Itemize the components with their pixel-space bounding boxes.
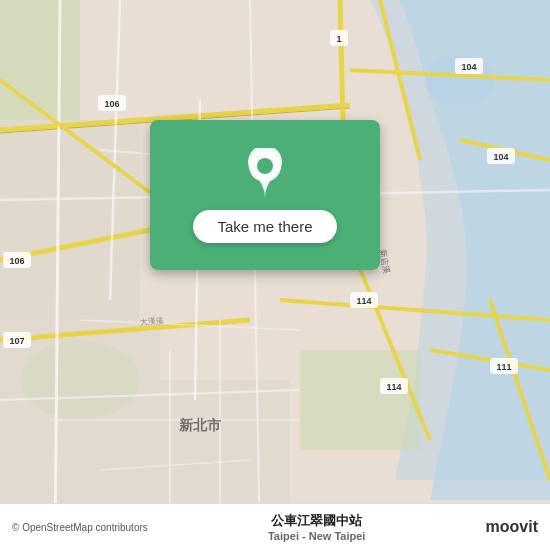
svg-text:1: 1 — [336, 34, 341, 44]
bottom-bar: © OpenStreetMap contributors 公車江翠國中站 Tai… — [0, 503, 550, 550]
svg-text:新北市: 新北市 — [179, 417, 222, 433]
svg-text:106: 106 — [9, 256, 24, 266]
location-subtitle: Taipei - New Taipei — [268, 530, 365, 542]
map-attribution: © OpenStreetMap contributors — [12, 522, 148, 533]
moovit-text: moovit — [486, 518, 538, 535]
map-container: 106 1 104 104 106 107 114 114 111 新北市 大漢… — [0, 0, 550, 550]
svg-text:104: 104 — [493, 152, 508, 162]
svg-rect-5 — [0, 120, 140, 320]
svg-point-56 — [257, 158, 273, 174]
svg-text:111: 111 — [496, 362, 511, 372]
svg-text:114: 114 — [386, 382, 401, 392]
svg-text:104: 104 — [461, 62, 476, 72]
moovit-logo: moovit — [486, 518, 538, 536]
svg-rect-2 — [0, 0, 80, 120]
svg-text:114: 114 — [356, 296, 371, 306]
map-roads: 106 1 104 104 106 107 114 114 111 新北市 大漢… — [0, 0, 550, 550]
svg-text:106: 106 — [104, 99, 119, 109]
location-name: 公車江翠國中站 — [268, 512, 365, 530]
location-card: Take me there — [150, 120, 380, 270]
location-info: 公車江翠國中站 Taipei - New Taipei — [268, 512, 365, 542]
location-pin-icon — [245, 148, 285, 202]
svg-rect-3 — [300, 350, 420, 450]
take-me-there-button[interactable]: Take me there — [193, 210, 336, 243]
svg-text:107: 107 — [9, 336, 24, 346]
